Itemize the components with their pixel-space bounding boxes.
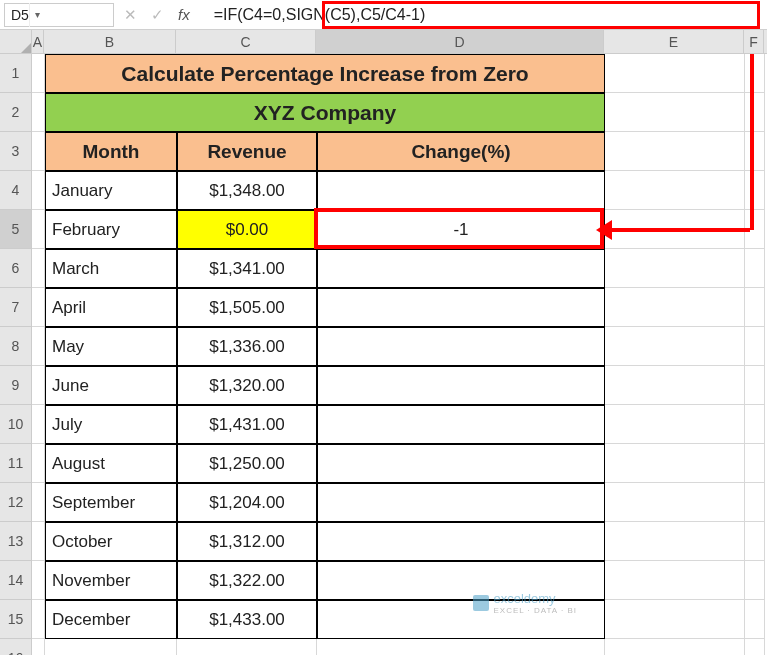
enter-icon[interactable]: ✓ — [151, 6, 164, 24]
cell-E12[interactable] — [605, 483, 745, 522]
cell-month-7[interactable]: April — [45, 288, 177, 327]
cell-F15[interactable] — [745, 600, 765, 639]
cell-change-10[interactable] — [317, 405, 605, 444]
title-1[interactable]: Calculate Percentage Increase from Zero — [45, 54, 605, 93]
col-header-C[interactable]: C — [176, 30, 316, 53]
cell-change-11[interactable] — [317, 444, 605, 483]
col-header-B[interactable]: B — [44, 30, 176, 53]
cell-month-5[interactable]: February — [45, 210, 177, 249]
cell-F13[interactable] — [745, 522, 765, 561]
cell-F12[interactable] — [745, 483, 765, 522]
col-header-D[interactable]: D — [316, 30, 604, 53]
row-header-4[interactable]: 4 — [0, 171, 31, 210]
col-header-F[interactable]: F — [744, 30, 764, 53]
select-all-triangle[interactable] — [0, 30, 31, 54]
col-header-E[interactable]: E — [604, 30, 744, 53]
cell-A14[interactable] — [32, 561, 45, 600]
row-header-12[interactable]: 12 — [0, 483, 31, 522]
row-header-3[interactable]: 3 — [0, 132, 31, 171]
row-header-2[interactable]: 2 — [0, 93, 31, 132]
cell-F11[interactable] — [745, 444, 765, 483]
cell-E2[interactable] — [605, 93, 745, 132]
cell-change-13[interactable] — [317, 522, 605, 561]
cell-month-8[interactable]: May — [45, 327, 177, 366]
cell-F4[interactable] — [745, 171, 765, 210]
row-header-16[interactable]: 16 — [0, 639, 31, 655]
cell-A13[interactable] — [32, 522, 45, 561]
col-header-A[interactable]: A — [32, 30, 44, 53]
cell-month-15[interactable]: December — [45, 600, 177, 639]
cell-E7[interactable] — [605, 288, 745, 327]
cell-F2[interactable] — [745, 93, 765, 132]
cell-F3[interactable] — [745, 132, 765, 171]
cell-change-9[interactable] — [317, 366, 605, 405]
cell-A7[interactable] — [32, 288, 45, 327]
header-revenue[interactable]: Revenue — [177, 132, 317, 171]
cell-change-4[interactable] — [317, 171, 605, 210]
cell-E3[interactable] — [605, 132, 745, 171]
name-box[interactable]: D5 ▾ — [4, 3, 114, 27]
row-header-8[interactable]: 8 — [0, 327, 31, 366]
cell-F1[interactable] — [745, 54, 765, 93]
row-header-7[interactable]: 7 — [0, 288, 31, 327]
cell-A11[interactable] — [32, 444, 45, 483]
cell-E15[interactable] — [605, 600, 745, 639]
cell-A10[interactable] — [32, 405, 45, 444]
cell-E10[interactable] — [605, 405, 745, 444]
header-month[interactable]: Month — [45, 132, 177, 171]
cell-A1[interactable] — [32, 54, 45, 93]
cell-month-4[interactable]: January — [45, 171, 177, 210]
cell-month-12[interactable]: September — [45, 483, 177, 522]
cell-C16[interactable] — [177, 639, 317, 655]
cell-month-6[interactable]: March — [45, 249, 177, 288]
cell-month-10[interactable]: July — [45, 405, 177, 444]
cell-month-14[interactable]: November — [45, 561, 177, 600]
fx-icon[interactable]: fx — [178, 6, 190, 23]
cell-month-11[interactable]: August — [45, 444, 177, 483]
row-header-6[interactable]: 6 — [0, 249, 31, 288]
cell-month-9[interactable]: June — [45, 366, 177, 405]
cell-A5[interactable] — [32, 210, 45, 249]
cell-change-5[interactable]: -1 — [317, 210, 605, 249]
cell-month-13[interactable]: October — [45, 522, 177, 561]
cell-A6[interactable] — [32, 249, 45, 288]
cell-revenue-7[interactable]: $1,505.00 — [177, 288, 317, 327]
cell-F8[interactable] — [745, 327, 765, 366]
cell-E6[interactable] — [605, 249, 745, 288]
cancel-icon[interactable]: ✕ — [124, 6, 137, 24]
cell-revenue-10[interactable]: $1,431.00 — [177, 405, 317, 444]
cell-A15[interactable] — [32, 600, 45, 639]
cell-A4[interactable] — [32, 171, 45, 210]
cell-revenue-6[interactable]: $1,341.00 — [177, 249, 317, 288]
cell-E4[interactable] — [605, 171, 745, 210]
name-box-dropdown-icon[interactable]: ▾ — [29, 3, 45, 27]
cell-revenue-5[interactable]: $0.00 — [177, 210, 317, 249]
row-header-11[interactable]: 11 — [0, 444, 31, 483]
cell-revenue-14[interactable]: $1,322.00 — [177, 561, 317, 600]
grid[interactable]: Calculate Percentage Increase from ZeroX… — [32, 54, 767, 655]
cell-A3[interactable] — [32, 132, 45, 171]
cell-change-8[interactable] — [317, 327, 605, 366]
cell-revenue-13[interactable]: $1,312.00 — [177, 522, 317, 561]
cell-change-7[interactable] — [317, 288, 605, 327]
cell-F7[interactable] — [745, 288, 765, 327]
cell-E8[interactable] — [605, 327, 745, 366]
cell-F10[interactable] — [745, 405, 765, 444]
cell-revenue-8[interactable]: $1,336.00 — [177, 327, 317, 366]
cell-F14[interactable] — [745, 561, 765, 600]
cell-revenue-12[interactable]: $1,204.00 — [177, 483, 317, 522]
cell-A8[interactable] — [32, 327, 45, 366]
cell-A16[interactable] — [32, 639, 45, 655]
cell-E14[interactable] — [605, 561, 745, 600]
row-header-9[interactable]: 9 — [0, 366, 31, 405]
cell-A2[interactable] — [32, 93, 45, 132]
cell-E1[interactable] — [605, 54, 745, 93]
row-header-1[interactable]: 1 — [0, 54, 31, 93]
cell-A9[interactable] — [32, 366, 45, 405]
cell-E13[interactable] — [605, 522, 745, 561]
cell-revenue-9[interactable]: $1,320.00 — [177, 366, 317, 405]
cell-D16[interactable] — [317, 639, 605, 655]
row-header-5[interactable]: 5 — [0, 210, 31, 249]
header-change[interactable]: Change(%) — [317, 132, 605, 171]
formula-bar[interactable]: =IF(C4=0,SIGN(C5),C5/C4-1) — [206, 3, 763, 27]
